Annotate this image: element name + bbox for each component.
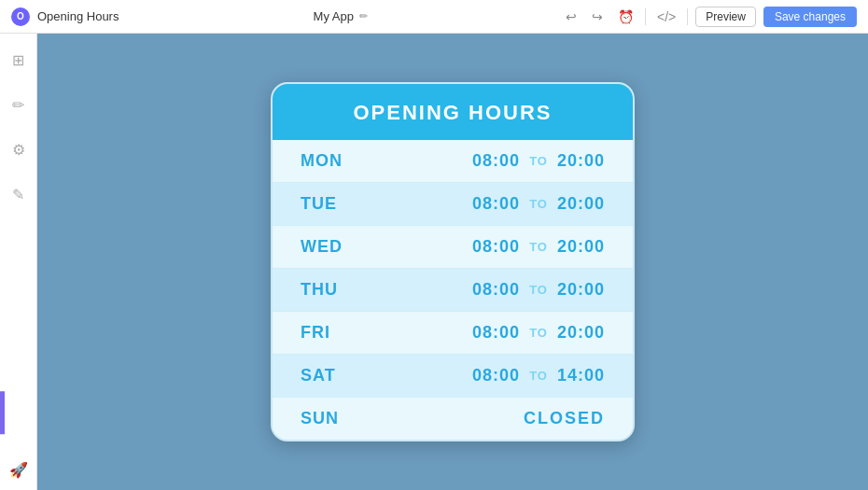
divider [645,8,646,25]
history-button[interactable]: ⏰ [614,7,637,26]
app-icon: O [11,7,30,26]
hours-row: WED08:00TO20:00 [273,226,633,269]
hours-time: CLOSED [375,409,605,428]
close-time: 20:00 [557,280,605,300]
topbar-left: O Opening Hours [11,7,119,26]
hours-time: 08:00TO20:00 [375,151,605,171]
redo-button[interactable]: ↪ [588,7,607,26]
close-time: 20:00 [557,323,605,343]
hours-time: 08:00TO20:00 [375,323,605,343]
sidebar-icon-edit[interactable]: ✏ [4,90,34,119]
close-time: 14:00 [557,366,605,385]
day-label: SUN [301,409,375,428]
day-label: SAT [301,366,375,385]
to-label: TO [529,240,548,254]
preview-button[interactable]: Preview [695,7,756,27]
topbar-center: My App ✏ [314,9,368,23]
main-area: ⊞ ✏ ⚙ ✎ Upgrade 🚀 OPENING HOURS MON08:00… [0,34,868,490]
hours-row: FRI08:00TO20:00 [273,312,633,355]
page-title: Opening Hours [37,9,119,23]
hours-row: SAT08:00TO14:00 [273,355,633,398]
open-time: 08:00 [472,366,520,385]
close-time: 20:00 [557,194,605,214]
close-time: 20:00 [557,237,605,257]
day-label: WED [301,237,375,257]
topbar: O Opening Hours My App ✏ ↩ ↪ ⏰ </> Previ… [0,0,868,34]
open-time: 08:00 [472,194,520,214]
closed-label: CLOSED [524,409,605,428]
open-time: 08:00 [472,151,520,171]
hours-row: TUE08:00TO20:00 [273,183,633,226]
hours-time: 08:00TO20:00 [375,237,605,257]
sidebar: ⊞ ✏ ⚙ ✎ Upgrade 🚀 [0,34,37,490]
canvas-area: OPENING HOURS MON08:00TO20:00TUE08:00TO2… [37,34,868,490]
to-label: TO [529,283,548,297]
to-label: TO [529,326,548,340]
save-button[interactable]: Save changes [763,7,857,27]
app-name-label: My App [314,9,354,23]
hours-time: 08:00TO20:00 [375,194,605,214]
topbar-right: ↩ ↪ ⏰ </> Preview Save changes [562,7,857,27]
day-label: TUE [301,194,375,214]
day-label: MON [301,151,375,171]
sidebar-icon-analytics[interactable]: ✎ [4,179,34,209]
hours-time: 08:00TO20:00 [375,280,605,300]
close-time: 20:00 [557,151,605,171]
to-label: TO [529,369,548,383]
day-label: FRI [301,323,375,343]
undo-button[interactable]: ↩ [562,7,581,26]
sidebar-icon-settings[interactable]: ⚙ [4,134,34,164]
to-label: TO [529,154,548,168]
sidebar-bottom-icon[interactable]: 🚀 [9,461,28,479]
divider2 [687,8,688,25]
open-time: 08:00 [472,323,520,343]
widget-title: OPENING HOURS [291,101,614,125]
hours-time: 08:00TO14:00 [375,366,605,385]
open-time: 08:00 [472,280,520,300]
code-button[interactable]: </> [653,7,679,26]
sidebar-icon-dashboard[interactable]: ⊞ [4,45,34,75]
to-label: TO [529,197,548,211]
day-label: THU [301,280,375,300]
app-name-edit-icon[interactable]: ✏ [359,10,368,22]
hours-row: MON08:00TO20:00 [273,140,633,183]
hours-row: SUNCLOSED [273,398,633,440]
opening-hours-widget: OPENING HOURS MON08:00TO20:00TUE08:00TO2… [271,82,635,441]
open-time: 08:00 [472,237,520,257]
widget-header: OPENING HOURS [273,84,633,140]
hours-row: THU08:00TO20:00 [273,269,633,312]
widget-body: MON08:00TO20:00TUE08:00TO20:00WED08:00TO… [273,140,633,440]
upgrade-tab[interactable]: Upgrade [0,391,5,434]
